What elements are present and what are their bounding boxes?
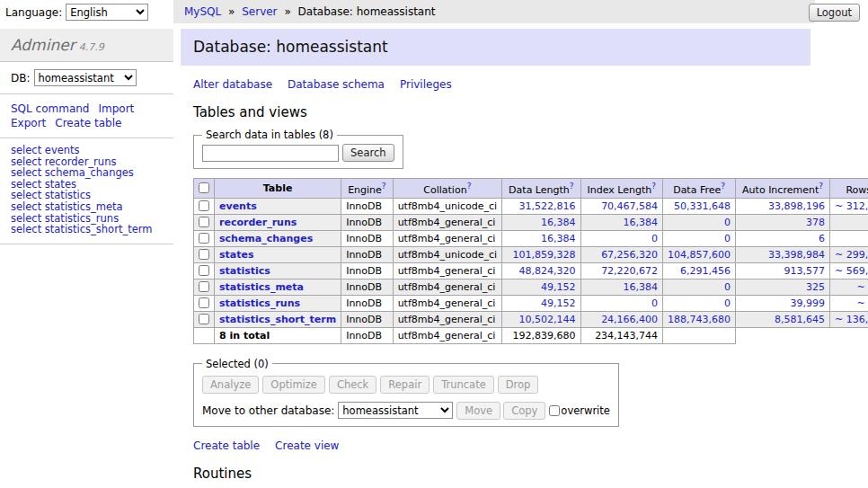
rows-count-link[interactable]: ~ 136,108 (835, 314, 868, 325)
data-length-link[interactable]: 49,152 (541, 297, 576, 309)
engine-cell: InnoDB (341, 311, 393, 327)
row-checkbox[interactable] (199, 281, 209, 292)
index-length-link[interactable]: 67,256,320 (601, 249, 658, 261)
db-link-privileges[interactable]: Privileges (400, 78, 452, 91)
table-name-link[interactable]: statistics_runs (219, 297, 300, 309)
logout-button[interactable]: Logout (809, 4, 860, 22)
rows-count-cell: ~ 3 (830, 230, 868, 246)
rows-count-link[interactable]: ~ 299,833 (835, 249, 868, 261)
sidebar-table-link-select-statistics-short-term[interactable]: select statistics_short_term (11, 224, 163, 235)
auto-increment-link[interactable]: 8,581,645 (775, 314, 825, 325)
totals-row: 8 in totalInnoDButf8mb4_general_ci192,83… (194, 327, 868, 343)
overwrite-checkbox[interactable] (549, 405, 560, 416)
move-button[interactable]: Move (456, 402, 500, 420)
sidebar-action-sql-command[interactable]: SQL command (11, 102, 89, 115)
db-link-database-schema[interactable]: Database schema (288, 78, 385, 91)
selected-legend: Selected (0) (202, 358, 272, 370)
column-header-engine: Engine? (341, 179, 393, 199)
rows-count-link[interactable]: ~ 628 (856, 297, 868, 309)
repair-button[interactable]: Repair (380, 376, 430, 394)
create-link-create-table[interactable]: Create table (193, 439, 260, 452)
sidebar-action-import[interactable]: Import (98, 102, 134, 115)
data-length-link[interactable]: 16,384 (541, 217, 576, 228)
sidebar-table-link-select-schema-changes[interactable]: select schema_changes (11, 167, 163, 179)
data-length-link[interactable]: 49,152 (541, 281, 576, 293)
copy-button[interactable]: Copy (503, 402, 545, 420)
language-select[interactable]: English (66, 4, 148, 21)
index-length-link[interactable]: 16,384 (624, 217, 659, 228)
help-link[interactable]: ? (819, 182, 823, 191)
analyze-button[interactable]: Analyze (202, 376, 259, 394)
index-length-link[interactable]: 70,467,584 (601, 200, 658, 212)
move-db-select[interactable]: homeassistant (338, 402, 453, 419)
db-select[interactable]: homeassistant (34, 69, 137, 86)
rows-count-link[interactable]: ~ 312,180 (835, 200, 868, 212)
index-length-link[interactable]: 0 (651, 233, 658, 244)
column-label: Data Free (673, 184, 721, 196)
db-link-alter-database[interactable]: Alter database (193, 78, 272, 91)
data-free-link[interactable]: 0 (724, 281, 731, 293)
optimize-button[interactable]: Optimize (262, 376, 325, 394)
data-length-link[interactable]: 101,859,328 (513, 249, 576, 261)
help-link[interactable]: ? (382, 182, 386, 191)
row-checkbox[interactable] (199, 217, 209, 227)
search-input[interactable] (202, 145, 339, 162)
index-length-link[interactable]: 24,166,400 (601, 314, 658, 325)
table-name-link[interactable]: statistics_meta (219, 281, 304, 293)
data-length-link[interactable]: 10,502,144 (519, 314, 576, 325)
breadcrumb-link-mysql[interactable]: MySQL (184, 5, 221, 18)
data-length-link[interactable]: 48,824,320 (519, 265, 576, 277)
row-checkbox[interactable] (199, 314, 209, 324)
select-all-checkbox[interactable] (199, 182, 209, 193)
data-free-link[interactable]: 0 (724, 297, 731, 309)
help-link[interactable]: ? (467, 182, 472, 191)
create-link-create-view[interactable]: Create view (275, 439, 339, 452)
data-length-link[interactable]: 16,384 (541, 233, 576, 244)
totals-empty-cell (194, 327, 215, 343)
table-name-link[interactable]: statistics (219, 265, 270, 277)
search-button[interactable]: Search (342, 144, 394, 162)
help-link[interactable]: ? (651, 182, 656, 191)
rows-count-link[interactable]: ~ 244 (856, 281, 868, 293)
data-free-link[interactable]: 0 (724, 233, 731, 244)
row-checkbox[interactable] (199, 233, 209, 244)
rows-count-link[interactable]: ~ 569,159 (835, 265, 868, 277)
truncate-button[interactable]: Truncate (433, 376, 494, 394)
breadcrumb-link-server[interactable]: Server (242, 5, 277, 18)
data-free-link[interactable]: 0 (724, 217, 731, 228)
table-name-link[interactable]: states (219, 249, 254, 261)
sidebar-action-create-table[interactable]: Create table (55, 117, 121, 129)
auto-increment-link[interactable]: 378 (806, 217, 825, 228)
row-select-cell (194, 230, 215, 246)
data-free-link[interactable]: 188,743,680 (668, 314, 731, 325)
row-checkbox[interactable] (199, 200, 209, 211)
data-free-link[interactable]: 104,857,600 (668, 249, 731, 261)
table-name-link[interactable]: schema_changes (219, 233, 313, 244)
row-checkbox[interactable] (199, 265, 209, 276)
row-checkbox[interactable] (199, 297, 209, 308)
index-length-link[interactable]: 0 (651, 297, 658, 309)
check-button[interactable]: Check (329, 376, 376, 394)
index-length-link[interactable]: 72,220,672 (601, 265, 658, 277)
data-free-link[interactable]: 6,291,456 (680, 265, 731, 277)
row-checkbox[interactable] (199, 249, 209, 260)
collation-cell: utf8mb4_general_ci (393, 279, 501, 295)
sidebar-table-link-select-statistics-meta[interactable]: select statistics_meta (11, 201, 163, 213)
sidebar-action-export[interactable]: Export (11, 117, 46, 129)
data-length-link[interactable]: 31,522,816 (519, 200, 576, 212)
data-free-link[interactable]: 50,331,648 (674, 200, 731, 212)
table-name-link[interactable]: events (219, 200, 257, 212)
index-length-link[interactable]: 16,384 (624, 281, 659, 293)
table-name-link[interactable]: recorder_runs (219, 217, 297, 228)
drop-button[interactable]: Drop (498, 376, 539, 394)
sidebar-table-link-select-events[interactable]: select events (11, 145, 163, 156)
auto-increment-link[interactable]: 33,898,196 (768, 200, 825, 212)
table-name-link[interactable]: statistics_short_term (219, 314, 336, 325)
auto-increment-link[interactable]: 6 (819, 233, 825, 244)
auto-increment-link[interactable]: 325 (806, 281, 825, 293)
auto-increment-link[interactable]: 913,577 (784, 265, 826, 277)
auto-increment-link[interactable]: 39,999 (791, 297, 826, 309)
help-link[interactable]: ? (570, 182, 574, 191)
help-link[interactable]: ? (721, 182, 725, 191)
auto-increment-link[interactable]: 33,398,984 (768, 249, 825, 261)
